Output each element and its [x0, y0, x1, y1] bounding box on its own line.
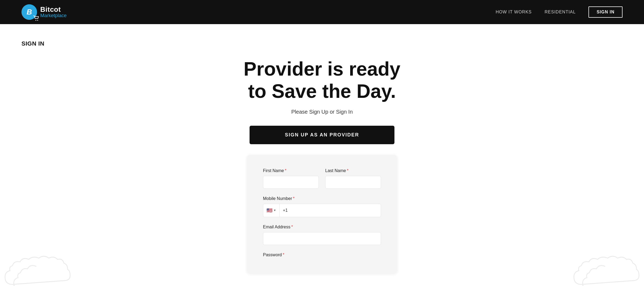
last-name-input[interactable] [325, 176, 381, 189]
cart-icon [33, 16, 40, 21]
mobile-label: Mobile Number* [263, 196, 381, 201]
logo-b-letter: B [27, 8, 32, 16]
logo-circle: B [21, 4, 37, 20]
hero-subtitle: Please Sign Up or Sign In [291, 109, 353, 115]
main-content: SIGN IN Provider is ready to Save the Da… [0, 24, 644, 286]
logo-tagline: Marketplace [40, 13, 67, 18]
phone-number-input[interactable] [291, 204, 381, 217]
nav-how-it-works[interactable]: HOW IT WORKS [496, 10, 532, 14]
password-label: Password* [263, 252, 381, 257]
email-required: * [291, 225, 293, 229]
page-label: SIGN IN [21, 40, 623, 47]
last-name-required: * [347, 168, 348, 173]
mobile-group: Mobile Number* 🇺🇸 ▼ +1 [263, 196, 381, 217]
form-card: First Name* Last Name* Mobile Number* [247, 155, 397, 273]
phone-prefix: +1 [280, 208, 291, 213]
logo-brand-name: Bitcot [40, 6, 67, 13]
us-flag-icon: 🇺🇸 [266, 207, 272, 213]
email-input[interactable] [263, 232, 381, 245]
nav-signin-button[interactable]: SIGN IN [588, 6, 623, 18]
phone-flag-selector[interactable]: 🇺🇸 ▼ [263, 204, 280, 217]
nav-residential[interactable]: RESIDENTIAL [545, 10, 576, 14]
svg-point-1 [37, 20, 38, 21]
phone-input-wrapper: 🇺🇸 ▼ +1 [263, 204, 381, 217]
first-name-label: First Name* [263, 168, 319, 173]
first-name-required: * [285, 168, 286, 173]
cloud-left-decoration [0, 239, 75, 286]
center-section: Provider is ready to Save the Day. Pleas… [21, 58, 623, 273]
last-name-group: Last Name* [325, 168, 381, 189]
last-name-label: Last Name* [325, 168, 381, 173]
mobile-required: * [293, 196, 294, 201]
password-required: * [283, 252, 284, 257]
hero-title: Provider is ready to Save the Day. [244, 58, 400, 102]
logo[interactable]: B Bitcot Marketplace [21, 4, 67, 20]
signup-provider-button[interactable]: SIGN UP AS AN PROVIDER [250, 126, 394, 144]
email-group: Email Address* [263, 225, 381, 245]
navbar: B Bitcot Marketplace HOW IT WORKS RESIDE… [0, 0, 644, 24]
email-label: Email Address* [263, 225, 381, 229]
first-name-input[interactable] [263, 176, 319, 189]
name-row: First Name* Last Name* [263, 168, 381, 189]
flag-dropdown-icon: ▼ [273, 209, 276, 212]
password-group: Password* [263, 252, 381, 260]
nav-links: HOW IT WORKS RESIDENTIAL SIGN IN [496, 6, 623, 18]
svg-point-0 [35, 20, 36, 21]
cloud-right-decoration [569, 239, 644, 286]
logo-text: Bitcot Marketplace [40, 6, 67, 18]
first-name-group: First Name* [263, 168, 319, 189]
